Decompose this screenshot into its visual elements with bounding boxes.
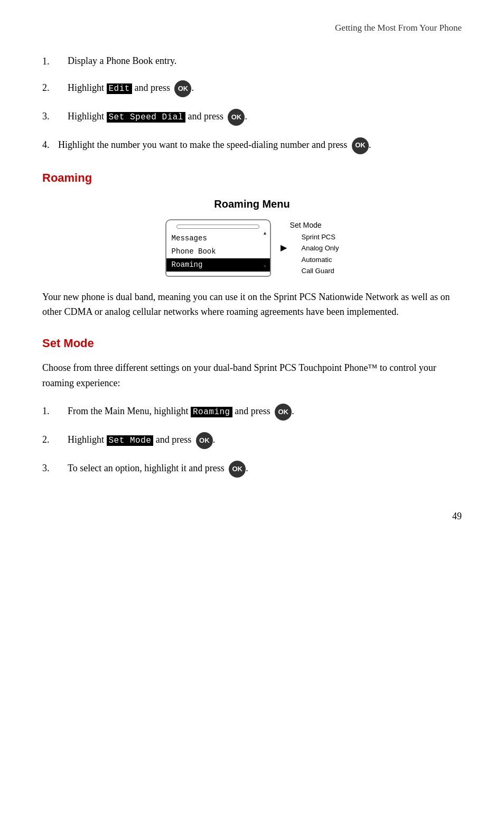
phone-screen: Messages Phone Book Roaming ▲ ▼	[165, 219, 271, 277]
diagram-label-setmode: Set Mode	[290, 220, 339, 231]
setmode-step-2-period: .	[213, 434, 216, 445]
setmode-step-1-period: .	[292, 406, 294, 416]
step-3-code: Set Speed Dial	[107, 112, 185, 123]
menu-item-messages: Messages	[166, 232, 270, 245]
setmode-step-1-prefix: From the Main Menu, highlight	[68, 406, 191, 416]
setmode-step-2-content: Highlight Set Mode and press OK.	[68, 432, 462, 449]
roaming-heading-text: Roaming	[42, 171, 92, 184]
scrollbar: ▲ ▼	[263, 230, 268, 270]
step-3-prefix: Highlight	[68, 111, 107, 122]
menu-item-roaming: Roaming	[166, 258, 270, 272]
step-4-period: .	[369, 139, 371, 150]
phone-menu-list: Messages Phone Book Roaming	[166, 232, 270, 272]
roaming-heading: Roaming	[42, 169, 462, 186]
diagram-label-analogonly: Analog Only	[302, 243, 339, 254]
scroll-up-arrow: ▲	[263, 230, 267, 237]
setmode-step-2-suffix: and press	[153, 434, 193, 445]
menu-item-phonebook: Phone Book	[166, 245, 270, 258]
diagram-label-sprintpcs: Sprint PCS	[302, 232, 339, 242]
setmode-step-3-number: 3.	[42, 461, 68, 475]
step-3-suffix: and press	[185, 111, 226, 122]
setmode-step-1: 1. From the Main Menu, highlight Roaming…	[42, 404, 462, 421]
header-title: Getting the Most From Your Phone	[335, 23, 462, 33]
set-mode-body: Choose from three different settings on …	[42, 360, 462, 391]
page-number: 49	[452, 511, 462, 521]
scroll-down-arrow: ▼	[263, 263, 267, 270]
phone-diagram: Messages Phone Book Roaming ▲ ▼ ▶ Set Mo…	[42, 219, 462, 277]
step-1: 1. Display a Phone Book entry.	[42, 54, 462, 69]
step-1-text: Display a Phone Book entry.	[68, 54, 462, 68]
setmode-step-2-number: 2.	[42, 432, 68, 447]
diagram-labels: Set Mode Sprint PCS Analog Only Automati…	[290, 220, 339, 276]
setmode-step-2-prefix: Highlight	[68, 434, 107, 445]
step-2-number: 2.	[42, 80, 68, 95]
setmode-step-2-code: Set Mode	[107, 435, 154, 446]
step-2: 2. Highlight Edit and press OK.	[42, 80, 462, 97]
setmode-step-3: 3. To select an option, highlight it and…	[42, 461, 462, 478]
step-2-ok-button: OK	[174, 80, 191, 97]
setmode-step-3-text: To select an option, highlight it and pr…	[68, 463, 227, 473]
step-4-ok-button: OK	[352, 137, 369, 154]
setmode-step-1-suffix: and press	[232, 406, 273, 416]
setmode-step-2: 2. Highlight Set Mode and press OK.	[42, 432, 462, 449]
roaming-body-text: Your new phone is dual band, meaning you…	[42, 292, 450, 318]
setmode-step-3-ok: OK	[229, 461, 246, 478]
diagram-arrow-container: ▶ Set Mode Sprint PCS Analog Only Automa…	[281, 220, 339, 276]
diagram-right-arrow: ▶	[281, 241, 287, 254]
step-3-content: Highlight Set Speed Dial and press OK.	[68, 109, 462, 126]
step-2-code: Edit	[107, 83, 132, 94]
setmode-step-1-code: Roaming	[191, 407, 232, 417]
setmode-step-1-number: 1.	[42, 404, 68, 418]
set-mode-heading-text: Set Mode	[42, 337, 94, 350]
diagram-label-automatic: Automatic	[302, 255, 339, 265]
step-3-ok-button: OK	[228, 109, 245, 126]
step-1-number: 1.	[42, 54, 68, 69]
page-number-container: 49	[42, 509, 462, 524]
setmode-step-1-content: From the Main Menu, highlight Roaming an…	[68, 404, 462, 421]
step-3: 3. Highlight Set Speed Dial and press OK…	[42, 109, 462, 126]
step-3-period: .	[245, 111, 247, 122]
step-2-period: .	[191, 82, 194, 93]
step-4-text: Highlight the number you want to make th…	[58, 139, 350, 150]
step-4: 4. Highlight the number you want to make…	[42, 137, 462, 154]
set-mode-heading: Set Mode	[42, 334, 462, 352]
phone-screen-top	[176, 225, 259, 229]
step-4-number: 4.	[42, 139, 50, 150]
step-2-prefix: Highlight	[68, 82, 107, 93]
diagram-label-callguard: Call Guard	[302, 266, 339, 276]
setmode-step-3-period: .	[246, 463, 248, 473]
page-header: Getting the Most From Your Phone	[42, 21, 462, 35]
step-2-suffix: and press	[132, 82, 172, 93]
set-mode-body-text: Choose from three different settings on …	[42, 362, 436, 388]
roaming-body: Your new phone is dual band, meaning you…	[42, 290, 462, 320]
setmode-step-2-ok: OK	[196, 432, 213, 449]
diagram-setmode-text: Set Mode	[290, 220, 322, 231]
step-2-content: Highlight Edit and press OK.	[68, 80, 462, 97]
step-3-number: 3.	[42, 109, 68, 124]
roaming-menu-heading-text: Roaming Menu	[214, 198, 290, 210]
setmode-step-3-content: To select an option, highlight it and pr…	[68, 461, 462, 478]
setmode-step-1-ok: OK	[275, 404, 292, 421]
roaming-menu-heading: Roaming Menu	[42, 196, 462, 212]
